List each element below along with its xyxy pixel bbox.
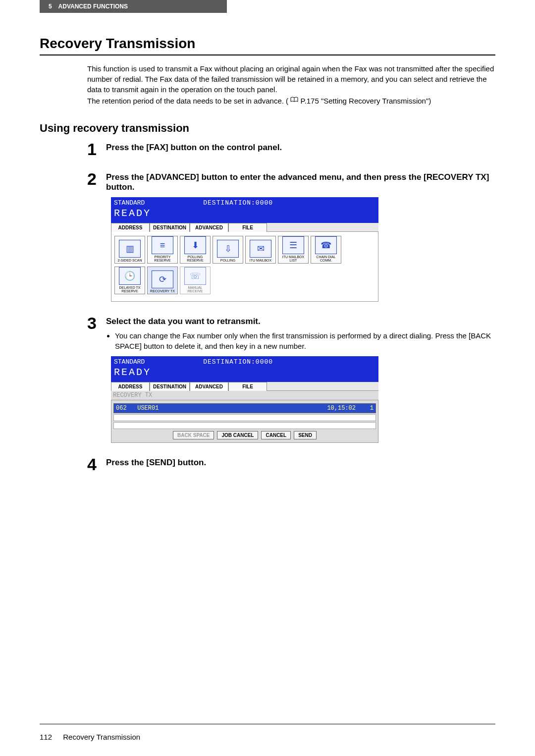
footer-title: Recovery Transmission xyxy=(63,733,140,741)
step-3: 3 Select the data you want to retransmit… xyxy=(40,315,495,443)
two-sided-scan-button[interactable]: ▥2-SIDED SCAN xyxy=(114,236,145,264)
step-number: 4 xyxy=(87,456,106,473)
step-number: 1 xyxy=(87,141,106,158)
tab-address[interactable]: ADDRESS xyxy=(111,382,150,391)
priority-reserve-icon: ≡ xyxy=(152,236,173,254)
ready-label: READY xyxy=(114,208,375,219)
status-banner: STANDARD DESTINATION:0000 READY xyxy=(111,197,378,223)
step-2: 2 Press the [ADVANCED] button to enter t… xyxy=(40,170,495,302)
polling-reserve-icon: ⬇ xyxy=(184,236,206,254)
tab-advanced[interactable]: ADVANCED xyxy=(190,382,228,391)
tab-bar: ADDRESS DESTINATION ADVANCED FILE xyxy=(111,382,378,391)
destination-label: DESTINATION:0000 xyxy=(203,358,273,366)
step-heading: Select the data you want to retransmit. xyxy=(106,317,495,326)
step-note: You can change the Fax number only when … xyxy=(106,330,495,351)
priority-reserve-button[interactable]: ≡PRIORITY RESERVE xyxy=(147,236,178,264)
tab-destination[interactable]: DESTINATION xyxy=(150,382,190,391)
standard-label: STANDARD xyxy=(114,199,145,207)
step-4: 4 Press the [SEND] button. xyxy=(40,456,495,473)
step-number: 3 xyxy=(87,315,106,443)
book-icon xyxy=(290,95,298,105)
step-heading: Press the [FAX] button on the control pa… xyxy=(106,143,495,153)
chapter-number: 5 xyxy=(49,3,52,10)
intro-p2: The retention period of the data needs t… xyxy=(87,95,495,106)
step-1: 1 Press the [FAX] button on the control … xyxy=(40,141,495,158)
delayed-tx-reserve-button[interactable]: 🕒DELAYED TX RESERVE xyxy=(114,267,145,294)
recovery-tx-button[interactable]: ⟳RECOVERY TX xyxy=(147,267,178,294)
chain-dial-comm-button[interactable]: ☎CHAIN DIAL COMM. xyxy=(311,236,341,264)
step-heading: Press the [SEND] button. xyxy=(106,458,495,468)
destination-label: DESTINATION:0000 xyxy=(203,199,273,207)
recovery-tx-list-screenshot: STANDARD DESTINATION:0000 READY ADDRESS … xyxy=(111,356,378,443)
back-space-button[interactable]: BACK SPACE xyxy=(173,431,214,439)
subtitle: Using recovery transmission xyxy=(40,122,495,135)
intro-p1: This function is used to transmit a Fax … xyxy=(87,63,495,95)
itu-mailbox-list-icon: ☰ xyxy=(282,236,304,254)
intro-block: This function is used to transmit a Fax … xyxy=(40,63,495,106)
tab-file[interactable]: FILE xyxy=(228,382,267,391)
ready-label: READY xyxy=(114,367,375,378)
title-rule xyxy=(40,54,495,55)
tab-advanced[interactable]: ADVANCED xyxy=(190,223,228,232)
polling-button[interactable]: ⇩POLLING xyxy=(213,236,243,264)
step-heading: Press the [ADVANCED] button to enter the… xyxy=(106,172,495,192)
chapter-header: 5 ADVANCED FUNCTIONS xyxy=(40,0,227,13)
delayed-tx-icon: 🕒 xyxy=(119,267,141,285)
polling-icon: ⇩ xyxy=(217,240,239,258)
status-banner: STANDARD DESTINATION:0000 READY xyxy=(111,356,378,382)
footer-rule xyxy=(40,724,495,724)
chain-dial-icon: ☎ xyxy=(315,236,337,254)
mode-label: RECOVERY TX xyxy=(111,391,378,400)
job-cancel-button[interactable]: JOB CANCEL xyxy=(217,431,258,439)
cancel-button[interactable]: CANCEL xyxy=(261,431,291,439)
step-number: 2 xyxy=(87,170,106,302)
itu-mailbox-icon: ✉ xyxy=(250,240,271,258)
tab-file[interactable]: FILE xyxy=(228,223,267,232)
list-item xyxy=(113,414,376,421)
tab-address[interactable]: ADDRESS xyxy=(111,223,150,232)
standard-label: STANDARD xyxy=(114,358,145,366)
page-title: Recovery Transmission xyxy=(40,36,495,52)
tx-item-row[interactable]: 062 USER01 10,15:02 1 xyxy=(113,403,376,413)
polling-reserve-button[interactable]: ⬇POLLING RESERVE xyxy=(180,236,211,264)
tab-bar: ADDRESS DESTINATION ADVANCED FILE xyxy=(111,223,378,232)
manual-receive-button[interactable]: ☏MANUAL RECEIVE xyxy=(180,267,211,294)
list-item xyxy=(113,422,376,429)
tab-destination[interactable]: DESTINATION xyxy=(150,223,190,232)
manual-receive-icon: ☏ xyxy=(184,267,206,285)
recovery-tx-icon: ⟳ xyxy=(152,270,173,288)
page-number: 112 xyxy=(40,733,52,741)
itu-mailbox-button[interactable]: ✉ITU MAILBOX xyxy=(245,236,276,264)
page-footer: 112 Recovery Transmission xyxy=(40,733,140,741)
advanced-menu-screenshot: STANDARD DESTINATION:0000 READY ADDRESS … xyxy=(111,197,378,302)
chapter-title: ADVANCED FUNCTIONS xyxy=(58,3,128,10)
send-button[interactable]: SEND xyxy=(294,431,317,439)
two-sided-scan-icon: ▥ xyxy=(119,240,141,258)
itu-mailbox-list-button[interactable]: ☰ITU MAILBOX LIST xyxy=(278,236,309,264)
